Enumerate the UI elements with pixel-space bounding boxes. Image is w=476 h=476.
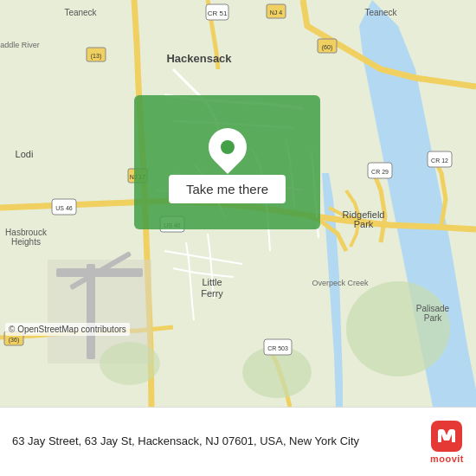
svg-text:(36): (36): [9, 337, 19, 344]
bottom-bar: 63 Jay Street, 63 Jay St, Hackensack, NJ…: [0, 407, 476, 476]
moovit-branding: moovit: [430, 421, 464, 464]
map-container: CR 51 (13) NJ 17 NJ 4 US 46 US 46 (60) C…: [0, 0, 476, 407]
svg-text:Park: Park: [354, 219, 374, 229]
moovit-logo-icon: [431, 421, 462, 452]
svg-text:(60): (60): [322, 44, 332, 51]
svg-text:(13): (13): [91, 53, 101, 60]
svg-text:Ferry: Ferry: [201, 288, 223, 299]
svg-text:Teaneck: Teaneck: [64, 8, 97, 17]
svg-text:Saddle River: Saddle River: [0, 41, 40, 49]
take-me-there-button[interactable]: Take me there: [169, 175, 286, 203]
svg-text:CR 503: CR 503: [267, 345, 288, 351]
map-attribution: © OpenStreetMap contributors: [5, 323, 130, 336]
location-overlay: Take me there: [134, 95, 320, 229]
svg-text:Palisade: Palisade: [416, 304, 450, 313]
moovit-logo-text: moovit: [430, 453, 464, 464]
svg-text:CR 29: CR 29: [371, 169, 389, 175]
svg-text:US 46: US 46: [55, 205, 73, 211]
svg-point-7: [100, 342, 160, 385]
svg-text:Hackensack: Hackensack: [166, 52, 232, 65]
svg-text:Teaneck: Teaneck: [364, 8, 397, 17]
address-text: 63 Jay Street, 63 Jay St, Hackensack, NJ…: [12, 434, 421, 449]
svg-text:Hasbrouck: Hasbrouck: [5, 228, 48, 237]
svg-text:NJ 4: NJ 4: [270, 10, 283, 16]
svg-text:Little: Little: [202, 277, 222, 287]
pin-dot: [221, 140, 235, 154]
svg-text:CR 12: CR 12: [431, 158, 448, 164]
svg-text:Park: Park: [424, 313, 443, 323]
svg-text:Lodi: Lodi: [16, 149, 34, 159]
svg-text:Heights: Heights: [11, 237, 41, 247]
location-pin-icon: [200, 120, 254, 174]
svg-point-5: [346, 281, 450, 376]
svg-text:Overpeck Creek: Overpeck Creek: [312, 279, 369, 287]
svg-text:CR 51: CR 51: [208, 10, 228, 17]
